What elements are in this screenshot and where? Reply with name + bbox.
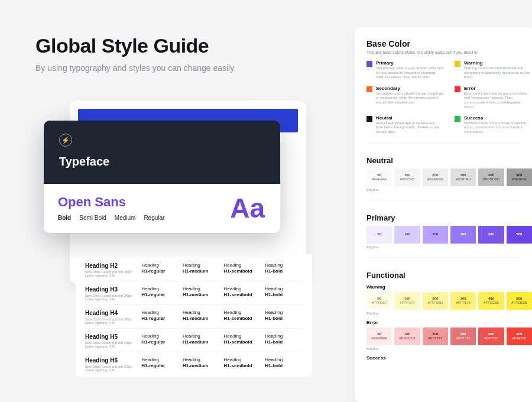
base-color-item: Primary The primary color is your "brand… (366, 60, 444, 80)
error-title: Error (366, 320, 532, 325)
heading-variant: HeadingH1-semibold (224, 333, 262, 345)
weight-semibold: Semi Bold (79, 215, 106, 221)
color-swatch-icon (366, 86, 372, 92)
color-swatch: 100 (394, 226, 420, 244)
warning-swatch-row: 50#FFFDE7100#FFF9C4200#FFF59D300#FFF1764… (366, 292, 532, 310)
hero-block: Global Style Guide By using typography a… (35, 34, 307, 73)
color-swatch: 50#FFEBEE (366, 328, 392, 345)
error-swatch-row: 50#FFEBEE100#FFCDD2200#E57373300#E573734… (366, 328, 532, 345)
heading-variant: HeadingH1-regular (141, 333, 179, 345)
heading-variant: HeadingH1-medium (183, 310, 220, 321)
base-color-name: Secondary (376, 86, 444, 91)
base-color-item: Neutral Almost everything app or website… (366, 115, 444, 135)
color-swatch: 50 (366, 226, 392, 244)
base-color-item: Warning Warning colors can communicate t… (455, 60, 532, 80)
functional-section: Functional Warning 50#FFFDE7100#FFF9C420… (366, 271, 532, 361)
typeface-sample-glyph: Aa (230, 192, 265, 224)
color-swatch-icon (455, 86, 460, 92)
color-swatch: 50#FAFAFA (366, 168, 392, 186)
page-subtitle: By using typography and styles you can c… (35, 63, 307, 73)
heading-name: Heading H6 (85, 357, 138, 364)
heading-variant: HeadingH1-semibold (224, 262, 262, 274)
brighter-label: Brighter (366, 188, 532, 192)
base-color-name: Warning (464, 60, 532, 66)
neutral-swatch-row: 50#FAFAFA100#F5F5F5200#EEEEEE300#E0E0E04… (366, 168, 532, 186)
base-color-name: Neutral (376, 115, 444, 121)
heading-spec-table: Heading H2 Size 28px Leading point 38px … (76, 254, 312, 377)
color-swatch: 300#E57373 (450, 328, 476, 345)
heading-meta: Size 24px Leading point 34px Letter spac… (85, 294, 138, 301)
color-swatch: 300#FFF176 (450, 292, 476, 310)
color-swatch: 300 (450, 226, 476, 244)
heading-variant: HeadingH1-regular (141, 286, 179, 297)
divider (366, 257, 520, 258)
color-swatch: 500#9E9E9E (507, 168, 532, 186)
bolt-circle-icon: ⚡ (59, 134, 72, 147)
base-color-title: Base Color (366, 39, 532, 48)
color-swatch: 100#F5F5F5 (394, 168, 420, 186)
color-swatch: 100#FFCDD2 (394, 328, 420, 345)
heading-name: Heading H2 (85, 262, 138, 269)
weight-medium: Medium (115, 215, 136, 221)
primary-swatch-row: 50100200300400500 (366, 226, 532, 244)
page-title: Global Style Guide (35, 34, 307, 57)
primary-title: Primary (366, 213, 532, 222)
color-swatch: 500#FFEB3B (507, 292, 532, 310)
heading-row: Heading H4 Size 22px Leading point 30px … (85, 305, 303, 329)
heading-row: Heading H2 Size 28px Leading point 38px … (85, 258, 303, 281)
primary-section: Primary 50100200300400500 Brighter (366, 213, 532, 249)
color-swatch-icon (366, 61, 372, 67)
heading-variant: HeadingH1-medium (183, 333, 220, 345)
color-swatch-icon (455, 61, 460, 67)
base-color-name: Error (464, 86, 532, 91)
base-color-item: Error Error colors are used across error… (455, 86, 532, 109)
divider (366, 200, 520, 200)
base-color-desc: The primary color is your "brand" color … (376, 66, 444, 80)
heading-variant: HeadingH1-bold (265, 310, 303, 321)
warning-title: Warning (366, 284, 532, 290)
color-swatch: 200 (423, 226, 448, 244)
color-swatch: 200#E57373 (423, 328, 448, 345)
heading-variant: HeadingH1-bold (265, 262, 303, 274)
color-swatch: 200#FFF59D (423, 292, 448, 310)
base-color-subtitle: This are base colors styles to quickly s… (366, 50, 532, 54)
heading-variant: HeadingH1-bold (265, 333, 303, 345)
color-swatch: 400#EF5350 (478, 328, 504, 345)
heading-variant: HeadingH1-medium (183, 357, 220, 368)
heading-variant: HeadingH1-bold (265, 357, 303, 368)
base-color-item: Success Success colors communicate a pos… (455, 115, 532, 135)
heading-variant: HeadingH1-semibold (224, 357, 262, 368)
base-color-item: Secondary Secondary colors should be use… (366, 86, 444, 109)
neutral-title: Neutral (366, 156, 532, 165)
color-swatch: 400#FFEE58 (478, 292, 504, 310)
color-swatch-icon (366, 116, 372, 122)
heading-meta: Size 28px Leading point 38px Letter spac… (85, 270, 138, 277)
heading-variant: HeadingH1-regular (141, 310, 179, 321)
weight-regular: Regular (144, 215, 164, 221)
functional-title: Functional (366, 271, 532, 280)
color-swatch: 300#E0E0E0 (450, 168, 476, 186)
color-swatch: 100#FFF9C4 (394, 292, 420, 310)
divider (366, 142, 520, 143)
success-title: Success (366, 355, 532, 361)
brighter-label: Brighter (366, 347, 532, 351)
color-swatch-icon (455, 116, 460, 122)
color-swatch: 200#EEEEEE (423, 168, 448, 186)
heading-meta: Size 22px Leading point 30px Letter spac… (85, 317, 138, 325)
heading-variant: HeadingH1-medium (183, 286, 220, 297)
heading-variant: HeadingH1-regular (141, 357, 179, 368)
brighter-label: Brighter (366, 245, 532, 249)
heading-variant: HeadingH1-regular (141, 262, 179, 274)
base-color-desc: Warning colors can communicate that some… (464, 66, 532, 80)
color-swatch: 50#FFFDE7 (366, 292, 392, 310)
base-color-desc: Almost everything app or website text, f… (376, 121, 444, 135)
typeface-card-title: Typeface (59, 155, 265, 168)
typeface-card: ⚡ Typeface Open Sans Bold Semi Bold Medi… (44, 121, 280, 233)
base-color-desc: Error colors are used across error state… (464, 92, 532, 109)
heading-name: Heading H3 (85, 286, 138, 293)
color-swatch: 400 (478, 226, 504, 244)
color-swatch: 500#F44336 (507, 328, 532, 345)
heading-variant: HeadingH1-bold (265, 286, 303, 297)
base-color-desc: Success colors communicate a positive ac… (464, 121, 532, 135)
base-color-desc: Secondary colors should be used sparingl… (376, 92, 444, 105)
